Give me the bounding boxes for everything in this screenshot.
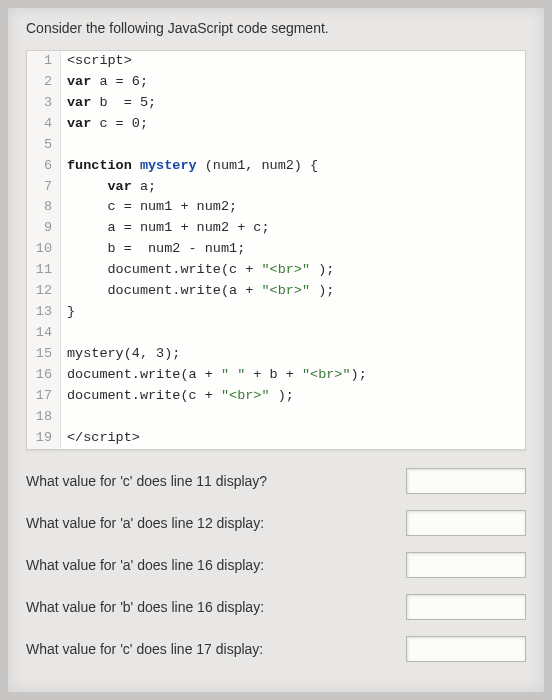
code-line: 11 document.write(c + "<br>" ); bbox=[27, 260, 525, 281]
question-text: What value for 'a' does line 12 display: bbox=[26, 515, 398, 531]
code-content: var c = 0; bbox=[61, 114, 148, 135]
line-number: 5 bbox=[27, 135, 61, 156]
line-number: 4 bbox=[27, 114, 61, 135]
code-content: a = num1 + num2 + c; bbox=[61, 218, 270, 239]
code-content: document.write(a + " " + b + "<br>"); bbox=[61, 365, 367, 386]
code-line: 3var b = 5; bbox=[27, 93, 525, 114]
code-content: <script> bbox=[61, 51, 132, 72]
code-line: 8 c = num1 + num2; bbox=[27, 197, 525, 218]
code-block: 1<script>2var a = 6;3var b = 5;4var c = … bbox=[26, 50, 526, 450]
code-content: } bbox=[61, 302, 75, 323]
code-line: 13} bbox=[27, 302, 525, 323]
line-number: 15 bbox=[27, 344, 61, 365]
line-number: 2 bbox=[27, 72, 61, 93]
questions-section: What value for 'c' does line 11 display?… bbox=[26, 468, 526, 662]
line-number: 3 bbox=[27, 93, 61, 114]
question-text: What value for 'a' does line 16 display: bbox=[26, 557, 398, 573]
code-line: 16document.write(a + " " + b + "<br>"); bbox=[27, 365, 525, 386]
code-content: var a; bbox=[61, 177, 156, 198]
code-content: var b = 5; bbox=[61, 93, 156, 114]
line-number: 12 bbox=[27, 281, 61, 302]
line-number: 18 bbox=[27, 407, 61, 428]
question-text: What value for 'c' does line 11 display? bbox=[26, 473, 398, 489]
code-line: 4var c = 0; bbox=[27, 114, 525, 135]
code-line: 12 document.write(a + "<br>" ); bbox=[27, 281, 525, 302]
code-content bbox=[61, 135, 67, 156]
code-line: 19</script> bbox=[27, 428, 525, 449]
code-content: mystery(4, 3); bbox=[61, 344, 180, 365]
question-row: What value for 'c' does line 11 display? bbox=[26, 468, 526, 494]
code-line: 5 bbox=[27, 135, 525, 156]
question-row: What value for 'b' does line 16 display: bbox=[26, 594, 526, 620]
code-line: 10 b = num2 - num1; bbox=[27, 239, 525, 260]
code-content bbox=[61, 323, 67, 344]
code-content: </script> bbox=[61, 428, 140, 449]
answer-input-1[interactable] bbox=[406, 468, 526, 494]
line-number: 13 bbox=[27, 302, 61, 323]
line-number: 17 bbox=[27, 386, 61, 407]
code-line: 1<script> bbox=[27, 51, 525, 72]
prompt-text: Consider the following JavaScript code s… bbox=[26, 20, 526, 36]
code-content: document.write(c + "<br>" ); bbox=[61, 386, 294, 407]
code-line: 17document.write(c + "<br>" ); bbox=[27, 386, 525, 407]
line-number: 19 bbox=[27, 428, 61, 449]
line-number: 6 bbox=[27, 156, 61, 177]
question-row: What value for 'a' does line 12 display: bbox=[26, 510, 526, 536]
code-content: var a = 6; bbox=[61, 72, 148, 93]
code-line: 2var a = 6; bbox=[27, 72, 525, 93]
answer-input-2[interactable] bbox=[406, 510, 526, 536]
code-line: 18 bbox=[27, 407, 525, 428]
line-number: 8 bbox=[27, 197, 61, 218]
line-number: 9 bbox=[27, 218, 61, 239]
code-content: document.write(c + "<br>" ); bbox=[61, 260, 334, 281]
page-container: Consider the following JavaScript code s… bbox=[8, 8, 544, 692]
answer-input-3[interactable] bbox=[406, 552, 526, 578]
code-content bbox=[61, 407, 67, 428]
line-number: 14 bbox=[27, 323, 61, 344]
code-line: 14 bbox=[27, 323, 525, 344]
line-number: 10 bbox=[27, 239, 61, 260]
line-number: 16 bbox=[27, 365, 61, 386]
code-content: function mystery (num1, num2) { bbox=[61, 156, 318, 177]
code-content: document.write(a + "<br>" ); bbox=[61, 281, 334, 302]
code-line: 9 a = num1 + num2 + c; bbox=[27, 218, 525, 239]
question-row: What value for 'a' does line 16 display: bbox=[26, 552, 526, 578]
line-number: 7 bbox=[27, 177, 61, 198]
code-line: 6function mystery (num1, num2) { bbox=[27, 156, 525, 177]
question-text: What value for 'b' does line 16 display: bbox=[26, 599, 398, 615]
line-number: 1 bbox=[27, 51, 61, 72]
question-text: What value for 'c' does line 17 display: bbox=[26, 641, 398, 657]
code-content: c = num1 + num2; bbox=[61, 197, 237, 218]
code-line: 7 var a; bbox=[27, 177, 525, 198]
code-content: b = num2 - num1; bbox=[61, 239, 245, 260]
code-line: 15mystery(4, 3); bbox=[27, 344, 525, 365]
question-row: What value for 'c' does line 17 display: bbox=[26, 636, 526, 662]
answer-input-4[interactable] bbox=[406, 594, 526, 620]
answer-input-5[interactable] bbox=[406, 636, 526, 662]
line-number: 11 bbox=[27, 260, 61, 281]
